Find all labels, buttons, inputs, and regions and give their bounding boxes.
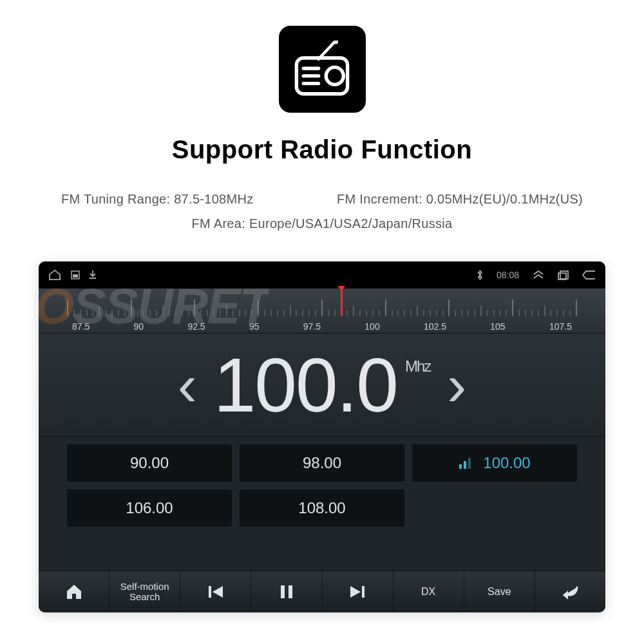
status-time: 08:08 bbox=[497, 270, 519, 280]
prev-button[interactable] bbox=[180, 571, 251, 612]
back-icon[interactable] bbox=[582, 270, 596, 280]
ruler-label: 102.5 bbox=[424, 321, 446, 332]
spec-block: FM Tuning Range: 87.5-108MHz FM Incremen… bbox=[39, 187, 605, 236]
ruler-label: 100 bbox=[365, 321, 379, 332]
ruler-label: 97.5 bbox=[303, 321, 321, 332]
ruler-label: 105 bbox=[490, 321, 505, 332]
svg-rect-12 bbox=[464, 461, 466, 469]
ruler-label: 90 bbox=[134, 321, 144, 332]
ruler-label: 92.5 bbox=[187, 321, 205, 332]
preset-grid: 90.00 98.00 100.00 106.00 108.00 bbox=[39, 437, 605, 571]
preset-1[interactable]: 90.00 bbox=[67, 444, 232, 482]
svg-rect-17 bbox=[362, 586, 365, 598]
tune-down-button[interactable]: ‹ bbox=[178, 356, 197, 414]
home-button[interactable] bbox=[39, 571, 109, 612]
ruler-label: 107.5 bbox=[549, 321, 572, 332]
frequency-value: 100.0 bbox=[214, 347, 397, 423]
svg-point-6 bbox=[326, 67, 343, 84]
svg-rect-15 bbox=[281, 585, 285, 598]
tune-up-button[interactable]: › bbox=[447, 356, 466, 414]
spec-area: FM Area: Europe/USA1/USA2/Japan/Russia bbox=[39, 211, 605, 236]
return-button[interactable] bbox=[535, 571, 605, 612]
svg-rect-16 bbox=[289, 585, 292, 598]
bottom-toolbar: Self-motion Search DX Save bbox=[39, 571, 605, 612]
signal-icon bbox=[459, 457, 471, 469]
bluetooth-icon bbox=[476, 269, 484, 281]
radio-screenshot: 08:08 OSSURET 87.59092.59597.5100102.510… bbox=[39, 261, 605, 612]
pause-button[interactable] bbox=[251, 571, 322, 612]
preset-2[interactable]: 98.00 bbox=[240, 444, 404, 482]
radio-icon bbox=[279, 26, 366, 113]
svg-rect-8 bbox=[73, 274, 78, 278]
tuning-ruler[interactable]: OSSURET 87.59092.59597.5100102.5105107.5 bbox=[39, 289, 605, 334]
svg-rect-14 bbox=[209, 586, 211, 598]
home-outline-icon[interactable] bbox=[48, 269, 62, 281]
spec-tuning-range: FM Tuning Range: 87.5-108MHz bbox=[61, 187, 254, 211]
ruler-labels: 87.59092.59597.5100102.5105107.5 bbox=[39, 321, 605, 332]
android-status-bar: 08:08 bbox=[39, 261, 605, 289]
preset-5[interactable]: 108.00 bbox=[240, 489, 404, 527]
expand-up-icon[interactable] bbox=[532, 270, 545, 280]
download-icon bbox=[89, 270, 97, 279]
recents-icon[interactable] bbox=[558, 270, 569, 280]
next-button[interactable] bbox=[323, 571, 393, 612]
svg-rect-11 bbox=[459, 464, 462, 469]
self-motion-search-button[interactable]: Self-motion Search bbox=[109, 571, 180, 612]
ruler-label: 95 bbox=[249, 321, 260, 332]
tuner-needle[interactable] bbox=[341, 290, 343, 316]
page-title: Support Radio Function bbox=[172, 135, 473, 164]
svg-rect-9 bbox=[560, 271, 568, 279]
frequency-unit: Mhz bbox=[405, 359, 430, 374]
preset-4[interactable]: 106.00 bbox=[67, 489, 232, 527]
svg-rect-13 bbox=[468, 458, 471, 469]
spec-increment: FM Increment: 0.05MHz(EU)/0.1MHz(US) bbox=[337, 187, 583, 211]
frequency-display: ‹ 100.0 Mhz › bbox=[39, 334, 605, 437]
save-button[interactable]: Save bbox=[464, 571, 535, 612]
preset-3[interactable]: 100.00 bbox=[412, 444, 577, 482]
screenshot-icon bbox=[71, 270, 80, 279]
ruler-label: 87.5 bbox=[72, 321, 90, 332]
dx-button[interactable]: DX bbox=[393, 571, 464, 612]
